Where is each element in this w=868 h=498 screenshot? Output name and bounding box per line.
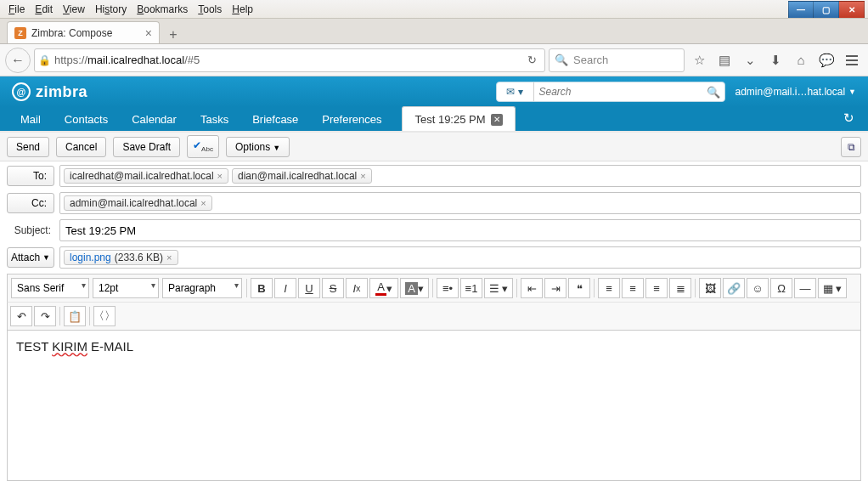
zimbra-search-bar[interactable]: ✉ ▾ 🔍 bbox=[496, 82, 725, 102]
attachment-chip[interactable]: login.png (233.6 KB) × bbox=[64, 250, 178, 265]
send-button[interactable]: Send bbox=[7, 137, 49, 157]
source-code-button[interactable]: 〈〉 bbox=[93, 306, 116, 326]
insert-table-button[interactable]: ▦ ▾ bbox=[818, 278, 847, 298]
paste-button[interactable]: 📋 bbox=[64, 306, 86, 326]
bullet-list-button[interactable]: ≡• bbox=[437, 278, 459, 298]
menu-bookmarks[interactable]: Bookmarks bbox=[132, 2, 193, 17]
firefox-tabstrip: Z Zimbra: Compose × + bbox=[0, 19, 868, 44]
reader-icon[interactable]: ▤ bbox=[713, 49, 736, 71]
bold-button[interactable]: B bbox=[251, 278, 273, 298]
window-close-button[interactable]: ✕ bbox=[839, 1, 865, 18]
zimbra-tabbar: Mail Contacts Calendar Tasks Briefcase P… bbox=[0, 107, 868, 133]
save-draft-button[interactable]: Save Draft bbox=[113, 137, 180, 157]
strikethrough-button[interactable]: S bbox=[322, 278, 344, 298]
paragraph-style-select[interactable]: Paragraph bbox=[162, 278, 242, 298]
to-chip[interactable]: icalredhat@mail.icalredhat.local× bbox=[64, 168, 228, 184]
to-button[interactable]: To: bbox=[7, 166, 54, 186]
attachment-size: (233.6 KB) bbox=[115, 252, 163, 263]
cancel-button[interactable]: Cancel bbox=[56, 137, 106, 157]
blockquote-button[interactable]: ❝ bbox=[568, 278, 590, 298]
to-chip[interactable]: dian@mail.icalredhat.local× bbox=[232, 168, 372, 184]
pocket-icon[interactable]: ⌄ bbox=[739, 49, 761, 71]
zimbra-brand-text: zimbra bbox=[36, 83, 87, 101]
menu-edit[interactable]: Edit bbox=[30, 2, 58, 17]
browser-tab[interactable]: Z Zimbra: Compose × bbox=[7, 21, 160, 43]
search-icon: 🔍 bbox=[555, 54, 568, 66]
window-minimize-button[interactable]: — bbox=[788, 1, 814, 18]
browser-search-box[interactable]: 🔍 Search bbox=[549, 48, 685, 72]
tab-preferences[interactable]: Preferences bbox=[310, 107, 393, 131]
detach-window-icon[interactable]: ⧉ bbox=[841, 137, 861, 157]
font-size-select[interactable]: 12pt bbox=[93, 278, 159, 298]
editor-body[interactable]: TEST KIRIM E-MAIL bbox=[7, 330, 861, 481]
chip-remove-icon[interactable]: × bbox=[217, 171, 223, 181]
cc-field[interactable]: admin@mail.icalredhat.local× bbox=[59, 192, 861, 214]
new-tab-button[interactable]: + bbox=[163, 26, 183, 43]
url-bar[interactable]: 🔒 https://mail.icalredhat.local/#5 ↻ bbox=[34, 48, 545, 72]
indent-button[interactable]: ⇥ bbox=[544, 278, 566, 298]
reload-icon[interactable]: ↻ bbox=[522, 54, 541, 66]
menu-view[interactable]: View bbox=[58, 2, 90, 17]
bookmark-star-icon[interactable]: ☆ bbox=[688, 49, 710, 71]
refresh-icon[interactable]: ↻ bbox=[838, 105, 860, 131]
tab-contacts[interactable]: Contacts bbox=[53, 107, 120, 131]
tab-compose-close-icon[interactable]: ✕ bbox=[491, 114, 503, 126]
tab-tasks[interactable]: Tasks bbox=[189, 107, 240, 131]
to-field[interactable]: icalredhat@mail.icalredhat.local× dian@m… bbox=[59, 165, 861, 187]
favicon-icon: Z bbox=[14, 27, 26, 39]
insert-image-button[interactable]: 🖼 bbox=[699, 278, 721, 298]
window-maximize-button[interactable]: ▢ bbox=[814, 1, 839, 18]
number-list-button[interactable]: ≡1 bbox=[460, 278, 482, 298]
compose-form: To: icalredhat@mail.icalredhat.local× di… bbox=[0, 161, 868, 484]
horizontal-rule-button[interactable]: — bbox=[794, 278, 816, 298]
options-button[interactable]: Options▼ bbox=[226, 137, 290, 157]
chip-remove-icon[interactable]: × bbox=[166, 252, 172, 263]
downloads-icon[interactable]: ⬇ bbox=[764, 49, 786, 71]
redo-button[interactable]: ↷ bbox=[34, 306, 56, 326]
tab-mail[interactable]: Mail bbox=[8, 107, 53, 131]
underline-button[interactable]: U bbox=[298, 278, 320, 298]
italic-button[interactable]: I bbox=[274, 278, 296, 298]
font-family-select[interactable]: Sans Serif bbox=[11, 278, 89, 298]
insert-emoji-button[interactable]: ☺ bbox=[747, 278, 769, 298]
attachment-field[interactable]: login.png (233.6 KB) × bbox=[59, 246, 861, 269]
nav-back-button[interactable]: ← bbox=[5, 48, 31, 73]
outdent-button[interactable]: ⇤ bbox=[521, 278, 543, 298]
menu-help[interactable]: Help bbox=[227, 2, 258, 17]
attach-button[interactable]: Attach ▼ bbox=[7, 247, 54, 268]
align-left-button[interactable]: ≡ bbox=[598, 278, 620, 298]
user-menu[interactable]: admin@mail.i…hat.local ▼ bbox=[736, 86, 856, 98]
cc-chip[interactable]: admin@mail.icalredhat.local× bbox=[64, 195, 212, 211]
search-scope-dropdown[interactable]: ✉ ▾ bbox=[497, 82, 534, 101]
editor-toolbar: Sans Serif 12pt Paragraph B I U S Ix A ▾… bbox=[7, 274, 861, 302]
hamburger-menu-button[interactable] bbox=[841, 49, 863, 71]
chip-remove-icon[interactable]: × bbox=[360, 171, 365, 181]
insert-link-button[interactable]: 🔗 bbox=[723, 278, 745, 298]
text-color-button[interactable]: A ▾ bbox=[369, 278, 398, 298]
menu-file[interactable]: File bbox=[3, 2, 30, 17]
menu-history[interactable]: History bbox=[90, 2, 132, 17]
tab-calendar[interactable]: Calendar bbox=[120, 107, 189, 131]
align-center-button[interactable]: ≡ bbox=[622, 278, 644, 298]
tab-briefcase[interactable]: Briefcase bbox=[240, 107, 310, 131]
menu-tools[interactable]: Tools bbox=[193, 2, 227, 17]
insert-symbol-button[interactable]: Ω bbox=[770, 278, 792, 298]
highlight-color-button[interactable]: A ▾ bbox=[400, 278, 429, 298]
subject-input[interactable] bbox=[59, 219, 861, 241]
cc-button[interactable]: Cc: bbox=[7, 193, 54, 213]
browser-tab-close-icon[interactable]: × bbox=[145, 26, 152, 40]
align-justify-button[interactable]: ≣ bbox=[669, 278, 691, 298]
undo-button[interactable]: ↶ bbox=[10, 306, 32, 326]
home-icon[interactable]: ⌂ bbox=[790, 49, 812, 71]
chat-icon[interactable]: 💬 bbox=[815, 49, 837, 71]
spellcheck-button[interactable]: ✔Abc bbox=[187, 135, 219, 157]
line-height-button[interactable]: ☰ ▾ bbox=[484, 278, 513, 298]
chip-remove-icon[interactable]: × bbox=[200, 198, 206, 208]
clear-formatting-button[interactable]: Ix bbox=[346, 278, 368, 298]
attachment-name[interactable]: login.png bbox=[70, 252, 111, 263]
body-text-misspelled: KIRIM bbox=[52, 339, 87, 354]
zimbra-search-icon[interactable]: 🔍 bbox=[702, 86, 724, 99]
align-right-button[interactable]: ≡ bbox=[645, 278, 668, 298]
tab-compose-document[interactable]: Test 19:25 PM ✕ bbox=[402, 106, 515, 131]
zimbra-search-input[interactable] bbox=[534, 86, 702, 98]
